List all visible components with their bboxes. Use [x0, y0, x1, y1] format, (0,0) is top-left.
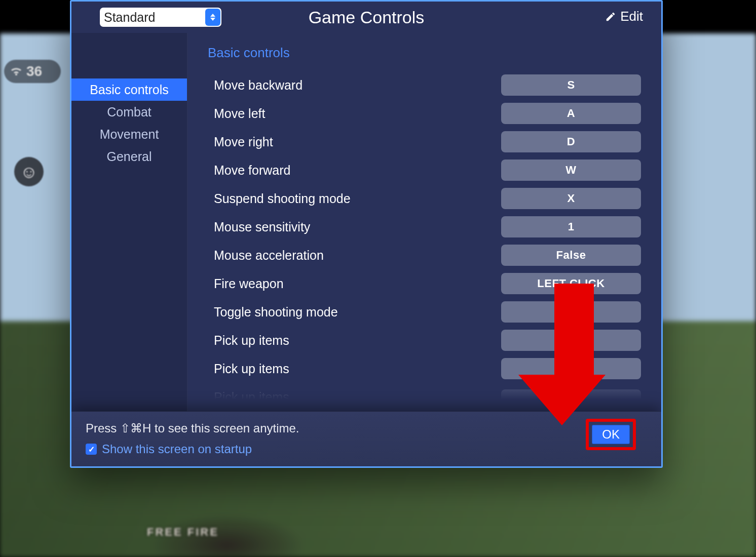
scroll-fade [205, 382, 641, 411]
binding-label: Move left [205, 106, 501, 121]
binding-key[interactable]: X [501, 188, 641, 209]
binding-label: Mouse sensitivity [205, 220, 501, 234]
annotation-highlight: OK [586, 419, 636, 450]
wifi-text: 36 [26, 63, 42, 79]
binding-row: Mouse sensitivity1 [205, 213, 641, 241]
binding-row: Toggle shooting modeF1 [205, 298, 641, 326]
pencil-icon [605, 11, 616, 22]
binding-label: Mouse acceleration [205, 248, 501, 263]
shortcut-hint: Press ⇧⌘H to see this screen anytime. [86, 420, 299, 437]
binding-key[interactable]: W [501, 160, 641, 181]
game-controls-dialog: Standard Game Controls Edit Basic contro… [70, 0, 663, 468]
binding-row: Pick up itemsH [205, 326, 641, 354]
wifi-indicator: 36 [4, 60, 61, 83]
binding-key[interactable]: LEFT CLICK [501, 273, 641, 294]
binding-row: Fire weaponLEFT CLICK [205, 269, 641, 298]
binding-row: Mouse accelerationFalse [205, 241, 641, 269]
binding-label: Suspend shooting mode [205, 191, 501, 206]
dialog-header: Standard Game Controls Edit [71, 2, 661, 33]
sidebar-item-label: Combat [107, 105, 152, 120]
dialog-body: Basic controls Combat Movement General B… [71, 33, 661, 411]
dialog-title: Game Controls [71, 8, 661, 27]
tab-general[interactable]: General [71, 145, 187, 168]
tab-basic-controls[interactable]: Basic controls [71, 78, 187, 101]
binding-row: Suspend shooting modeX [205, 184, 641, 213]
binding-label: Pick up items [205, 362, 501, 376]
edit-button[interactable]: Edit [605, 9, 643, 24]
binding-row: Move forwardW [205, 156, 641, 184]
sidebar-item-label: Movement [100, 127, 159, 142]
section-title: Basic controls [208, 45, 641, 61]
bindings-list: Move backwardS Move leftA Move rightD Mo… [205, 71, 641, 411]
edit-button-label: Edit [620, 9, 643, 24]
wifi-icon [10, 66, 22, 76]
show-on-startup-option[interactable]: ✓ Show this screen on startup [86, 441, 299, 458]
main-panel: Basic controls Move backwardS Move leftA… [187, 33, 661, 411]
binding-label: Pick up items [205, 333, 501, 348]
show-on-startup-label: Show this screen on startup [102, 441, 252, 458]
binding-key[interactable]: F1 [501, 301, 641, 323]
binding-label: Move backward [205, 78, 501, 93]
footer-left: Press ⇧⌘H to see this screen anytime. ✓ … [86, 420, 299, 458]
viewport: 36 ☺ FREE FIRE Standard Game Controls Ed… [0, 0, 756, 557]
binding-row: Move rightD [205, 128, 641, 156]
emoji-button[interactable]: ☺ [14, 157, 44, 186]
checkbox-checked-icon: ✓ [86, 444, 97, 455]
sidebar-item-label: Basic controls [90, 83, 169, 97]
binding-key[interactable]: A [501, 103, 641, 124]
binding-key[interactable]: False [501, 245, 641, 266]
sidebar: Basic controls Combat Movement General [71, 33, 187, 411]
binding-row: Move leftA [205, 99, 641, 128]
binding-key[interactable]: H [501, 330, 641, 351]
binding-label: Fire weapon [205, 276, 501, 291]
tab-movement[interactable]: Movement [71, 123, 187, 145]
tab-combat[interactable]: Combat [71, 101, 187, 123]
binding-label: Toggle shooting mode [205, 305, 501, 320]
sidebar-item-label: General [107, 149, 152, 164]
ok-button[interactable]: OK [592, 425, 630, 444]
dialog-footer: Press ⇧⌘H to see this screen anytime. ✓ … [71, 411, 661, 466]
binding-row: Move backwardS [205, 71, 641, 99]
binding-key[interactable]: S [501, 74, 641, 96]
binding-row: Pick up itemsG [205, 354, 641, 383]
binding-label: Move forward [205, 163, 501, 178]
character-caption: FREE FIRE [147, 526, 219, 539]
binding-label: Move right [205, 135, 501, 149]
binding-key[interactable]: 1 [501, 216, 641, 237]
binding-key[interactable]: D [501, 131, 641, 152]
binding-key[interactable]: G [501, 358, 641, 379]
